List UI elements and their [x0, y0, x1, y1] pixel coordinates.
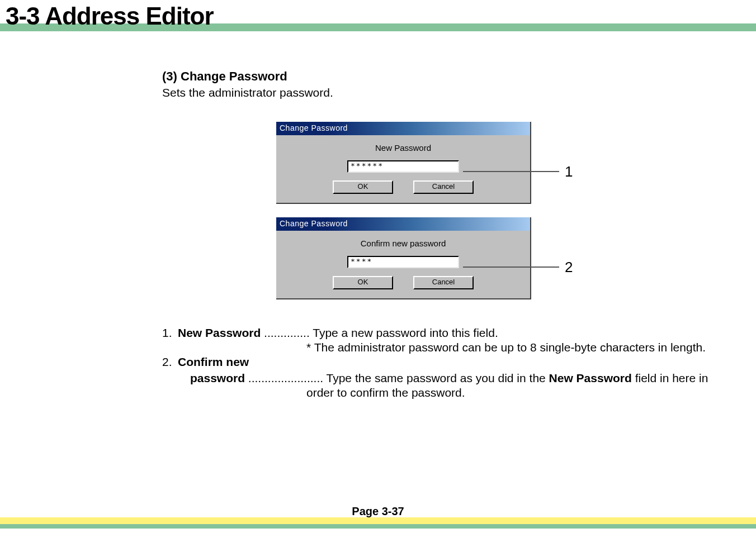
page-footer: Page 3-37 [0, 517, 756, 529]
list-item-2: 2. Confirm new [162, 354, 755, 370]
new-password-input[interactable]: ****** [347, 160, 459, 173]
page-number: Page 3-37 [352, 505, 404, 518]
dialog-titlebar: Change Password [276, 217, 530, 231]
confirm-password-input[interactable]: **** [347, 256, 459, 268]
change-password-dialog-1: Change Password New Password ****** OK C… [276, 122, 531, 204]
dialogs-illustration: Change Password New Password ****** OK C… [276, 122, 755, 299]
callout-line-1 [463, 171, 559, 172]
change-password-dialog-2: Change Password Confirm new password ***… [276, 217, 531, 299]
dialog-button-row: OK Cancel [276, 276, 530, 289]
list-item-1-note: * The administrator password can be up t… [306, 341, 755, 354]
dialog-titlebar: Change Password [276, 122, 530, 135]
ok-button[interactable]: OK [333, 276, 393, 289]
dialog-body: New Password ****** OK Cancel [276, 135, 530, 203]
definition-list: 1. New Password .............. Type a ne… [162, 325, 755, 399]
list-item-dots: ....................... [245, 372, 326, 384]
dialog-body: Confirm new password **** OK Cancel [276, 231, 530, 298]
list-item-label-line2: password [190, 372, 245, 384]
list-item-dots: .............. [261, 326, 313, 339]
confirm-password-label: Confirm new password [276, 239, 530, 248]
section-heading: (3) Change Password [162, 69, 755, 84]
callout-line-2 [463, 266, 559, 268]
dialog-1-wrap: Change Password New Password ****** OK C… [276, 122, 755, 204]
list-item-text-b: field in here in [632, 372, 708, 384]
list-item-text: Type a new password into this field. [313, 326, 498, 339]
document-page: 3-3 Address Editor (3) Change Password S… [0, 0, 756, 533]
list-item-label: New Password [178, 326, 261, 339]
footer-yellow-bar [0, 517, 756, 524]
dialog-button-row: OK Cancel [276, 180, 530, 194]
cancel-button[interactable]: Cancel [413, 180, 474, 194]
list-item-body: password ....................... Type th… [190, 370, 708, 386]
section-description: Sets the administrator password. [162, 86, 755, 99]
list-item-1: 1. New Password .............. Type a ne… [162, 325, 755, 341]
ok-button[interactable]: OK [333, 180, 393, 194]
list-item-number: 1. [162, 325, 178, 341]
list-item-bold: New Password [549, 372, 632, 384]
list-item-2-line2: password ....................... Type th… [190, 370, 755, 386]
cancel-button[interactable]: Cancel [413, 276, 474, 289]
new-password-label: New Password [276, 143, 530, 153]
content-area: (3) Change Password Sets the administrat… [162, 69, 755, 399]
callout-number-1: 1 [565, 163, 573, 180]
list-item-2-continuation: order to confirm the password. [306, 386, 755, 399]
dialog-2-wrap: Change Password Confirm new password ***… [276, 217, 755, 299]
page-title: 3-3 Address Editor [6, 2, 214, 30]
list-item-text-a: Type the same password as you did in the [327, 372, 549, 384]
callout-number-2: 2 [565, 259, 573, 276]
list-item-number: 2. [162, 354, 178, 370]
page-header: 3-3 Address Editor [0, 3, 756, 31]
list-item-body: New Password .............. Type a new p… [178, 325, 498, 341]
list-item-label-line1: Confirm new [178, 354, 249, 370]
